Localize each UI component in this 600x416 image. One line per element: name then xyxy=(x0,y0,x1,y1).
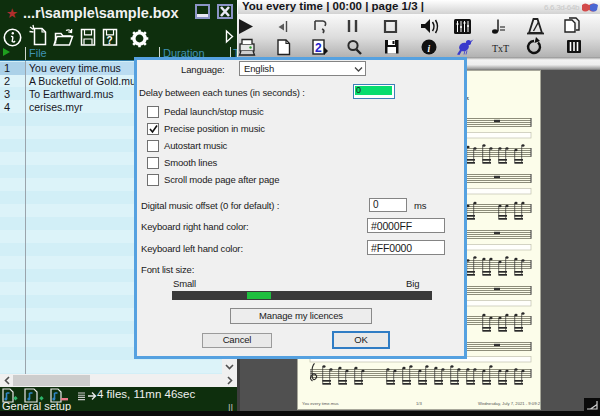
svg-text:TxT: TxT xyxy=(492,43,509,54)
svg-text:2: 2 xyxy=(315,41,322,55)
svg-text:i: i xyxy=(428,44,431,54)
svg-text:?: ? xyxy=(107,35,113,46)
